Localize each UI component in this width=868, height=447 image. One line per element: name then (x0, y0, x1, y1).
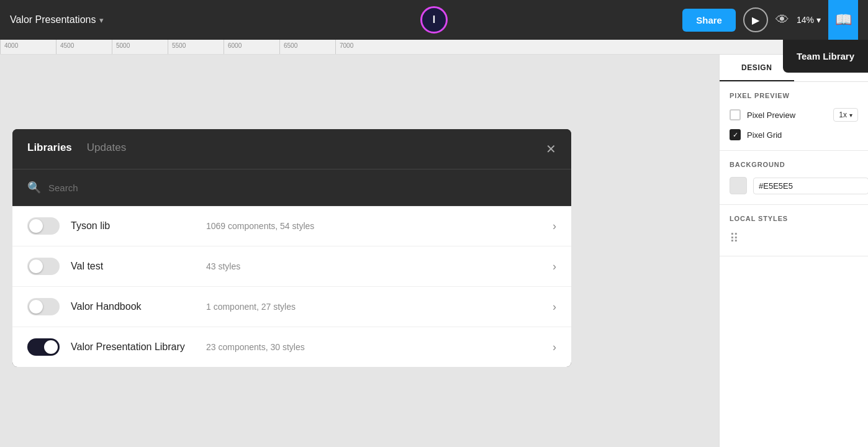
team-library-button[interactable]: 📖 (828, 0, 858, 40)
canvas-area[interactable]: Libraries Updates ✕ 🔍 (0, 55, 719, 447)
ruler-tick-7000: 7000 (335, 40, 391, 54)
tab-updates[interactable]: Updates (87, 142, 126, 156)
share-button[interactable]: Share (682, 9, 736, 32)
lib-meta-val-test: 43 styles (206, 261, 541, 271)
library-item-valor-presentation: Valor Presentation Library 23 components… (12, 327, 571, 367)
avatar-letter: I (433, 14, 435, 25)
library-item-valor-handbook: Valor Handbook 1 component, 27 styles › (12, 287, 571, 327)
toggle-valor-handbook-switch[interactable] (27, 298, 60, 315)
user-avatar[interactable]: I (420, 6, 448, 34)
preview-eye-icon: 👁 (775, 12, 789, 28)
lib-chevron-valor-handbook[interactable]: › (553, 300, 556, 314)
ruler: 4000 4500 5000 5500 6000 6500 7000 (0, 40, 868, 55)
lib-name-valor-handbook: Valor Handbook (71, 301, 195, 312)
toggle-tyson[interactable] (27, 217, 60, 235)
tab-libraries[interactable]: Libraries (27, 142, 72, 156)
zoom-chevron-icon: ▾ (816, 15, 821, 25)
play-button[interactable]: ▶ (743, 7, 768, 32)
pixel-preview-title: Pixel Preview (730, 92, 858, 99)
library-list: Tyson lib 1069 components, 54 styles › V… (12, 206, 571, 367)
topbar-right: Share ▶ 👁 14% ▾ 📖 (682, 0, 858, 40)
pixel-preview-select-value: 1x (839, 111, 847, 119)
lib-meta-tyson: 1069 components, 54 styles (206, 221, 541, 231)
libraries-modal: Libraries Updates ✕ 🔍 (12, 129, 571, 367)
toggle-tyson-switch[interactable] (27, 217, 60, 235)
zoom-value: 14% (797, 15, 814, 25)
pixel-preview-row: Pixel Preview 1x ▾ (730, 108, 858, 122)
modal-header: Libraries Updates ✕ (12, 129, 571, 169)
toggle-val-test-knob (29, 260, 43, 273)
lib-name-tyson: Tyson lib (71, 220, 195, 232)
pixel-preview-section: Pixel Preview Pixel Preview 1x ▾ Pixel G… (720, 82, 868, 151)
ruler-tick-5500: 5500 (168, 40, 224, 54)
search-input[interactable] (48, 183, 556, 193)
main-layout: Libraries Updates ✕ 🔍 (0, 55, 868, 447)
modal-close-button[interactable]: ✕ (546, 142, 556, 156)
lib-chevron-valor-presentation[interactable]: › (553, 341, 556, 354)
ruler-tick-6000: 6000 (224, 40, 279, 54)
library-item-tyson: Tyson lib 1069 components, 54 styles › (12, 206, 571, 246)
toggle-val-test-switch[interactable] (27, 258, 60, 275)
pixel-preview-checkbox[interactable] (730, 109, 741, 120)
topbar-center: I (420, 6, 448, 34)
topbar: Valor Presentations ▾ I Share ▶ 👁 14% ▾ … (0, 0, 868, 40)
topbar-title[interactable]: Valor Presentations ▾ (10, 14, 675, 25)
play-icon: ▶ (752, 14, 759, 26)
pixel-preview-label: Pixel Preview (747, 111, 827, 120)
toggle-valor-presentation-knob (44, 340, 58, 354)
ruler-tick-6500: 6500 (279, 40, 335, 54)
project-name: Valor Presentations (10, 14, 96, 25)
lib-chevron-tyson[interactable]: › (553, 220, 556, 233)
toggle-valor-handbook[interactable] (27, 298, 60, 315)
toggle-val-test[interactable] (27, 258, 60, 275)
panel-tabs: Design Prototype (720, 55, 868, 82)
pixel-grid-label: Pixel Grid (747, 130, 858, 140)
bg-color-swatch[interactable] (730, 177, 747, 194)
search-icon: 🔍 (27, 181, 41, 194)
pixel-grid-row: Pixel Grid (730, 129, 858, 140)
tab-design[interactable]: Design (720, 55, 794, 81)
title-chevron-icon: ▾ (99, 16, 104, 25)
background-row: 👁 (730, 177, 858, 194)
lib-meta-valor-handbook: 1 component, 27 styles (206, 302, 541, 312)
local-styles-title: Local Styles (730, 215, 858, 222)
lib-name-val-test: Val test (71, 261, 195, 272)
pixel-preview-select-chevron: ▾ (849, 112, 852, 119)
local-styles-dots: ⠿ (730, 231, 858, 246)
eye-button[interactable]: 👁 (775, 12, 789, 28)
ruler-marks: 4000 4500 5000 5500 6000 6500 7000 (0, 40, 391, 54)
lib-meta-valor-presentation: 23 components, 30 styles (206, 342, 541, 352)
tab-prototype[interactable]: Prototype (794, 55, 869, 81)
book-icon: 📖 (835, 12, 852, 28)
pixel-grid-checkbox[interactable] (730, 129, 741, 140)
ruler-tick-4500: 4500 (56, 40, 112, 54)
zoom-control[interactable]: 14% ▾ (797, 15, 821, 25)
right-panel: Design Prototype Pixel Preview Pixel Pre… (719, 55, 868, 447)
lib-name-valor-presentation: Valor Presentation Library (71, 341, 195, 353)
toggle-valor-presentation[interactable] (27, 338, 60, 356)
background-section: Background 👁 (720, 151, 868, 205)
ruler-tick-4000: 4000 (0, 40, 56, 54)
pixel-preview-select[interactable]: 1x ▾ (833, 108, 858, 122)
bg-hex-input[interactable] (753, 178, 868, 194)
library-item-val-test: Val test 43 styles › (12, 246, 571, 287)
toggle-valor-handbook-knob (29, 300, 43, 314)
background-title: Background (730, 161, 858, 168)
lib-chevron-val-test[interactable]: › (553, 260, 556, 273)
ruler-tick-5000: 5000 (112, 40, 168, 54)
local-styles-section: Local Styles ⠿ (720, 205, 868, 256)
toggle-tyson-knob (29, 219, 43, 233)
modal-overlay: Libraries Updates ✕ 🔍 (0, 55, 719, 447)
modal-search-bar: 🔍 (12, 169, 571, 206)
toggle-valor-presentation-switch[interactable] (27, 338, 60, 356)
